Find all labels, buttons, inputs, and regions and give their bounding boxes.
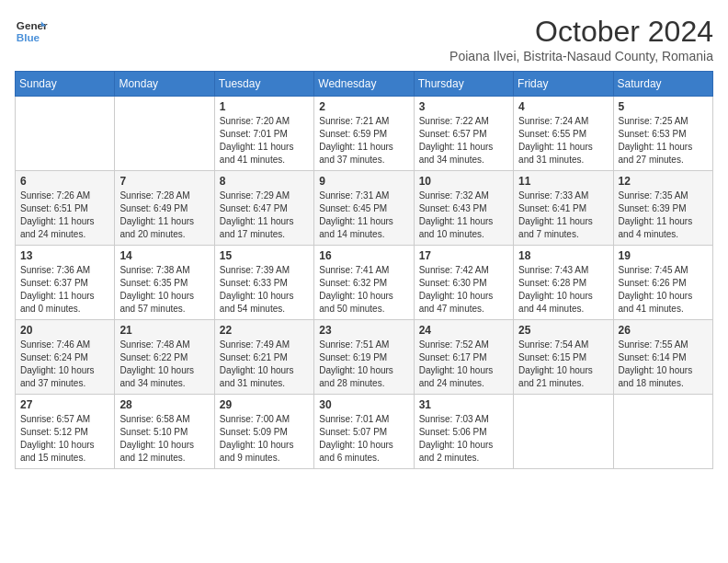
day-header-saturday: Saturday xyxy=(613,72,712,97)
day-info: Sunrise: 7:29 AM Sunset: 6:47 PM Dayligh… xyxy=(220,190,309,241)
day-number: 18 xyxy=(518,249,608,262)
day-info: Sunrise: 7:52 AM Sunset: 6:17 PM Dayligh… xyxy=(419,339,508,390)
calendar-cell: 14Sunrise: 7:38 AM Sunset: 6:35 PM Dayli… xyxy=(115,246,214,320)
day-info: Sunrise: 7:55 AM Sunset: 6:14 PM Dayligh… xyxy=(619,339,708,390)
title-area: October 2024 Poiana Ilvei, Bistrita-Nasa… xyxy=(449,15,713,63)
calendar-cell: 25Sunrise: 7:54 AM Sunset: 6:15 PM Dayli… xyxy=(514,320,613,395)
calendar-cell: 12Sunrise: 7:35 AM Sunset: 6:39 PM Dayli… xyxy=(613,171,712,246)
day-number: 24 xyxy=(419,324,508,337)
day-info: Sunrise: 7:49 AM Sunset: 6:21 PM Dayligh… xyxy=(220,339,309,390)
calendar-cell: 17Sunrise: 7:42 AM Sunset: 6:30 PM Dayli… xyxy=(414,246,513,320)
day-number: 25 xyxy=(518,324,608,337)
calendar-cell: 20Sunrise: 7:46 AM Sunset: 6:24 PM Dayli… xyxy=(16,320,115,395)
day-number: 16 xyxy=(319,249,408,262)
calendar-cell: 22Sunrise: 7:49 AM Sunset: 6:21 PM Dayli… xyxy=(214,320,313,395)
day-number: 11 xyxy=(518,175,608,188)
calendar-cell: 29Sunrise: 7:00 AM Sunset: 5:09 PM Dayli… xyxy=(214,395,313,469)
day-number: 28 xyxy=(119,398,209,411)
day-info: Sunrise: 7:32 AM Sunset: 6:43 PM Dayligh… xyxy=(419,190,508,241)
day-number: 6 xyxy=(20,175,109,188)
day-number: 10 xyxy=(419,175,508,188)
calendar-cell: 3Sunrise: 7:22 AM Sunset: 6:57 PM Daylig… xyxy=(414,97,513,171)
day-info: Sunrise: 7:45 AM Sunset: 6:26 PM Dayligh… xyxy=(619,264,708,316)
week-row-4: 20Sunrise: 7:46 AM Sunset: 6:24 PM Dayli… xyxy=(16,320,713,395)
week-row-3: 13Sunrise: 7:36 AM Sunset: 6:37 PM Dayli… xyxy=(16,246,713,320)
day-info: Sunrise: 7:01 AM Sunset: 5:07 PM Dayligh… xyxy=(319,413,408,465)
logo-icon: General Blue xyxy=(15,15,48,48)
day-number: 23 xyxy=(319,324,408,337)
calendar-cell: 21Sunrise: 7:48 AM Sunset: 6:22 PM Dayli… xyxy=(115,320,214,395)
calendar-header-row: SundayMondayTuesdayWednesdayThursdayFrid… xyxy=(16,72,713,97)
calendar-cell xyxy=(115,97,214,171)
day-number: 8 xyxy=(220,175,309,188)
calendar-table: SundayMondayTuesdayWednesdayThursdayFrid… xyxy=(15,71,713,469)
calendar-cell: 30Sunrise: 7:01 AM Sunset: 5:07 PM Dayli… xyxy=(314,395,414,469)
page-header: General Blue October 2024 Poiana Ilvei, … xyxy=(15,15,713,63)
day-info: Sunrise: 7:33 AM Sunset: 6:41 PM Dayligh… xyxy=(518,190,608,241)
day-header-thursday: Thursday xyxy=(414,72,513,97)
logo: General Blue xyxy=(15,15,48,48)
day-header-friday: Friday xyxy=(514,72,613,97)
day-info: Sunrise: 7:38 AM Sunset: 6:35 PM Dayligh… xyxy=(119,264,209,316)
day-number: 29 xyxy=(220,398,309,411)
day-number: 30 xyxy=(319,398,408,411)
day-number: 7 xyxy=(119,175,209,188)
day-info: Sunrise: 7:51 AM Sunset: 6:19 PM Dayligh… xyxy=(319,339,408,390)
day-number: 2 xyxy=(319,100,408,113)
day-header-sunday: Sunday xyxy=(16,72,115,97)
month-title: October 2024 xyxy=(449,15,713,49)
day-number: 19 xyxy=(619,249,708,262)
day-number: 9 xyxy=(319,175,408,188)
calendar-cell xyxy=(16,97,115,171)
day-info: Sunrise: 7:21 AM Sunset: 6:59 PM Dayligh… xyxy=(319,115,408,167)
calendar-cell: 5Sunrise: 7:25 AM Sunset: 6:53 PM Daylig… xyxy=(613,97,712,171)
calendar-cell: 7Sunrise: 7:28 AM Sunset: 6:49 PM Daylig… xyxy=(115,171,214,246)
day-info: Sunrise: 7:46 AM Sunset: 6:24 PM Dayligh… xyxy=(20,339,109,390)
day-info: Sunrise: 7:48 AM Sunset: 6:22 PM Dayligh… xyxy=(119,339,209,390)
calendar-cell: 1Sunrise: 7:20 AM Sunset: 7:01 PM Daylig… xyxy=(214,97,313,171)
day-info: Sunrise: 7:20 AM Sunset: 7:01 PM Dayligh… xyxy=(220,115,309,167)
calendar-body: 1Sunrise: 7:20 AM Sunset: 7:01 PM Daylig… xyxy=(16,97,713,469)
calendar-cell: 15Sunrise: 7:39 AM Sunset: 6:33 PM Dayli… xyxy=(214,246,313,320)
calendar-cell: 19Sunrise: 7:45 AM Sunset: 6:26 PM Dayli… xyxy=(613,246,712,320)
calendar-cell: 4Sunrise: 7:24 AM Sunset: 6:55 PM Daylig… xyxy=(514,97,613,171)
calendar-cell: 11Sunrise: 7:33 AM Sunset: 6:41 PM Dayli… xyxy=(514,171,613,246)
day-number: 17 xyxy=(419,249,508,262)
day-header-tuesday: Tuesday xyxy=(214,72,313,97)
calendar-cell: 28Sunrise: 6:58 AM Sunset: 5:10 PM Dayli… xyxy=(115,395,214,469)
day-info: Sunrise: 7:28 AM Sunset: 6:49 PM Dayligh… xyxy=(119,190,209,241)
calendar-cell: 9Sunrise: 7:31 AM Sunset: 6:45 PM Daylig… xyxy=(314,171,414,246)
week-row-1: 1Sunrise: 7:20 AM Sunset: 7:01 PM Daylig… xyxy=(16,97,713,171)
day-info: Sunrise: 7:39 AM Sunset: 6:33 PM Dayligh… xyxy=(220,264,309,316)
day-info: Sunrise: 7:36 AM Sunset: 6:37 PM Dayligh… xyxy=(20,264,109,316)
calendar-cell xyxy=(514,395,613,469)
calendar-cell xyxy=(613,395,712,469)
day-number: 22 xyxy=(220,324,309,337)
calendar-cell: 16Sunrise: 7:41 AM Sunset: 6:32 PM Dayli… xyxy=(314,246,414,320)
calendar-cell: 18Sunrise: 7:43 AM Sunset: 6:28 PM Dayli… xyxy=(514,246,613,320)
day-info: Sunrise: 6:57 AM Sunset: 5:12 PM Dayligh… xyxy=(20,413,109,465)
day-info: Sunrise: 7:35 AM Sunset: 6:39 PM Dayligh… xyxy=(619,190,708,241)
week-row-2: 6Sunrise: 7:26 AM Sunset: 6:51 PM Daylig… xyxy=(16,171,713,246)
day-number: 1 xyxy=(220,100,309,113)
location-subtitle: Poiana Ilvei, Bistrita-Nasaud County, Ro… xyxy=(449,49,713,63)
day-number: 13 xyxy=(20,249,109,262)
day-info: Sunrise: 7:26 AM Sunset: 6:51 PM Dayligh… xyxy=(20,190,109,241)
day-number: 20 xyxy=(20,324,109,337)
day-info: Sunrise: 7:42 AM Sunset: 6:30 PM Dayligh… xyxy=(419,264,508,316)
day-info: Sunrise: 7:03 AM Sunset: 5:06 PM Dayligh… xyxy=(419,413,508,465)
day-header-wednesday: Wednesday xyxy=(314,72,414,97)
day-number: 3 xyxy=(419,100,508,113)
day-number: 31 xyxy=(419,398,508,411)
day-info: Sunrise: 7:41 AM Sunset: 6:32 PM Dayligh… xyxy=(319,264,408,316)
day-number: 15 xyxy=(220,249,309,262)
calendar-cell: 23Sunrise: 7:51 AM Sunset: 6:19 PM Dayli… xyxy=(314,320,414,395)
day-info: Sunrise: 7:24 AM Sunset: 6:55 PM Dayligh… xyxy=(518,115,608,167)
day-number: 27 xyxy=(20,398,109,411)
day-info: Sunrise: 7:54 AM Sunset: 6:15 PM Dayligh… xyxy=(518,339,608,390)
calendar-cell: 6Sunrise: 7:26 AM Sunset: 6:51 PM Daylig… xyxy=(16,171,115,246)
calendar-cell: 13Sunrise: 7:36 AM Sunset: 6:37 PM Dayli… xyxy=(16,246,115,320)
calendar-cell: 24Sunrise: 7:52 AM Sunset: 6:17 PM Dayli… xyxy=(414,320,513,395)
day-number: 12 xyxy=(619,175,708,188)
day-info: Sunrise: 7:31 AM Sunset: 6:45 PM Dayligh… xyxy=(319,190,408,241)
